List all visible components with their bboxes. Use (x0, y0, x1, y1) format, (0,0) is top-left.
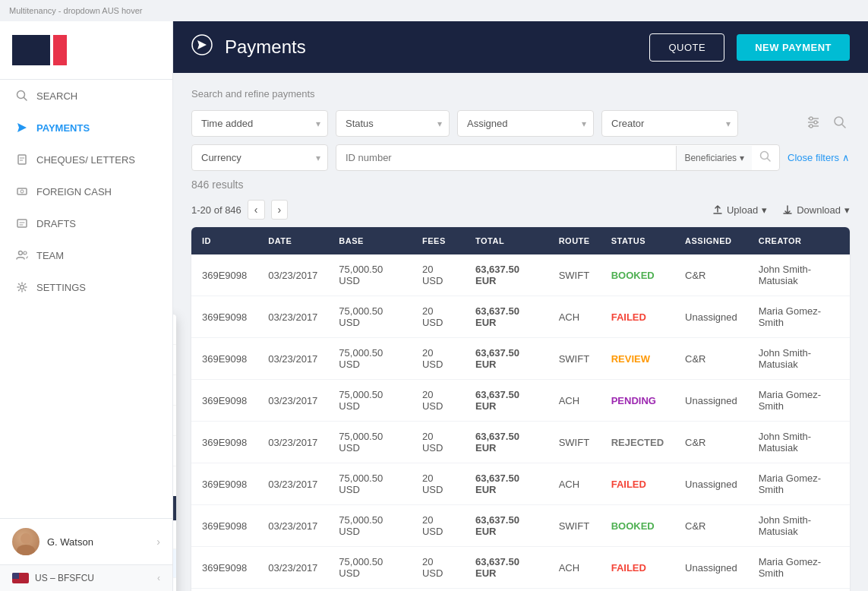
drafts-icon (15, 216, 29, 230)
cash-icon (15, 185, 29, 198)
sidebar-item-foreign-cash[interactable]: FOREIGN CASH (0, 175, 172, 207)
sidebar-item-drafts[interactable]: DRAFTS (0, 207, 172, 239)
cell-fees: 20 USD (412, 589, 465, 592)
cell-base: 75,000.50 USD (328, 589, 412, 592)
creator-filter[interactable]: Creator (601, 110, 738, 137)
filter-settings-icon[interactable] (803, 112, 824, 135)
table-row[interactable]: 369E9098 03/23/2017 75,000.50 USD 20 USD… (191, 338, 850, 380)
bank-beyond[interactable]: Beyond Bank (173, 345, 176, 375)
bank-police[interactable]: Police SA (173, 406, 176, 436)
cell-creator: John Smith-Matusiak (748, 338, 850, 380)
cell-total: 63,637.50 EUR (465, 380, 548, 422)
table-row[interactable]: 369E9098 03/23/2017 75,000.50 USD 20 USD… (191, 422, 850, 463)
table-row[interactable]: 369E9098 03/23/2017 75,000.50 USD 20 USD… (191, 463, 850, 505)
beneficiaries-chevron: ▾ (740, 153, 744, 163)
region-us[interactable]: United States (173, 520, 176, 549)
cell-creator: Maria Gomez-Smith (748, 463, 850, 505)
col-base: BASE (328, 227, 412, 254)
cell-id: 369E9098 (191, 547, 257, 589)
currency-wrapper: Currency (191, 144, 328, 171)
region-nz[interactable]: New Zealand (173, 578, 176, 591)
currency-filter[interactable]: Currency (191, 144, 328, 171)
search-icon (15, 89, 29, 103)
id-number-input[interactable] (336, 145, 676, 170)
user-chevron: › (156, 536, 160, 548)
col-total: TOTAL (465, 227, 548, 254)
assigned-wrapper: Assigned (457, 110, 594, 137)
cell-creator: John Smith-Matusiak (748, 254, 850, 296)
table-row[interactable]: 369E9098 03/23/2017 75,000.50 USD 20 USD… (191, 254, 850, 296)
search-toggle-icon[interactable] (830, 112, 850, 134)
user-profile[interactable]: G. Watson › (0, 519, 172, 564)
close-filters-chevron: ∧ (842, 152, 850, 163)
col-id: ID (191, 227, 257, 254)
svg-point-6 (21, 190, 24, 193)
bank-hume[interactable]: Hume Bank (173, 375, 176, 406)
cell-base: 75,000.50 USD (328, 254, 412, 296)
cell-base: 75,000.50 USD (328, 338, 412, 380)
sidebar-label-drafts: DRAFTS (36, 218, 76, 229)
main-content: Payments QUOTE NEW PAYMENT Search and re… (173, 21, 868, 591)
close-filters-btn[interactable]: Close filters ∧ (788, 152, 850, 163)
cell-status: REVIEW (601, 338, 674, 380)
region-flag (12, 573, 29, 583)
sidebar-item-payments[interactable]: PAYMENTS (0, 112, 172, 144)
table-row[interactable]: 369E9098 03/23/2017 75,000.50 USD 20 USD… (191, 296, 850, 338)
cell-route: SWIFT (548, 422, 601, 463)
table-row[interactable]: 369E9098 03/23/2017 75,000.50 USD 20 USD… (191, 505, 850, 547)
svg-point-8 (19, 251, 23, 255)
filter-row-2: Currency Beneficiaries ▾ Close filte (191, 144, 850, 171)
sidebar-label-search: SEARCH (36, 90, 77, 102)
new-payment-button[interactable]: NEW PAYMENT (737, 34, 850, 61)
cell-assigned: Unassigned (674, 463, 748, 505)
sidebar-item-cheques[interactable]: CHEQUES/ LETTERS (0, 144, 172, 175)
id-search-button[interactable] (752, 146, 779, 169)
cell-fees: 20 USD (412, 254, 465, 296)
sidebar-item-settings[interactable]: SETTINGS (0, 271, 172, 303)
cell-total: 63,637.50 EUR (465, 547, 548, 589)
pagination-row: 1-20 of 846 ‹ › Upload ▾ Download ▾ (191, 200, 850, 220)
cell-id: 369E9098 (191, 505, 257, 547)
sidebar-item-team[interactable]: TEAM (0, 239, 172, 271)
beneficiaries-btn[interactable]: Beneficiaries ▾ (676, 146, 752, 170)
gear-icon (15, 280, 29, 294)
assigned-filter[interactable]: Assigned (457, 110, 594, 137)
table-row[interactable]: 369E9098 03/23/2017 75,000.50 USD 20 USD… (191, 547, 850, 589)
next-page-btn[interactable]: › (271, 200, 289, 220)
sidebar-label-settings: SETTINGS (36, 282, 86, 293)
col-status: STATUS (601, 227, 674, 254)
table-row[interactable]: 369E9098 03/23/2017 75,000.50 USD 20 USD… (191, 589, 850, 592)
cell-assigned: C&R (674, 338, 748, 380)
upload-btn[interactable]: Upload ▾ (712, 204, 767, 216)
table-row[interactable]: 369E9098 03/23/2017 75,000.50 USD 20 USD… (191, 380, 850, 422)
cell-base: 75,000.50 USD (328, 463, 412, 505)
bank-woolworth[interactable]: Woolworth CU (173, 436, 176, 466)
logo-area (0, 21, 172, 80)
cell-assigned: C&R (674, 505, 748, 547)
cell-route: SWIFT (548, 338, 601, 380)
cell-fees: 20 USD (412, 422, 465, 463)
bank-waw[interactable]: WAW (173, 466, 176, 496)
cell-route: SWIFT (548, 505, 601, 547)
cell-creator: John Smith-Matusiak (748, 505, 850, 547)
svg-point-18 (814, 121, 817, 124)
send-icon (15, 121, 29, 134)
time-added-filter[interactable]: Time added (191, 110, 328, 137)
cell-date: 03/23/2017 (257, 463, 328, 505)
team-icon (15, 248, 29, 262)
download-label: Download (797, 204, 841, 216)
cell-status: REVIEW (601, 589, 674, 592)
bank-southern-cross[interactable]: Southern Cross (173, 314, 176, 345)
region-au[interactable]: Australia (173, 549, 176, 578)
upload-label: Upload (727, 204, 758, 216)
download-btn[interactable]: Download ▾ (782, 204, 850, 216)
quote-button[interactable]: QUOTE (649, 33, 724, 62)
change-region-header: CHANGE REGION (173, 496, 176, 520)
creator-wrapper: Creator (601, 110, 738, 137)
cell-id: 369E9098 (191, 380, 257, 422)
sidebar-item-search[interactable]: SEARCH (0, 80, 172, 112)
table-body: 369E9098 03/23/2017 75,000.50 USD 20 USD… (191, 254, 850, 591)
prev-page-btn[interactable]: ‹ (248, 200, 265, 220)
status-filter[interactable]: Status (336, 110, 450, 137)
region-bar[interactable]: US – BFSFCU ‹ (0, 564, 172, 591)
